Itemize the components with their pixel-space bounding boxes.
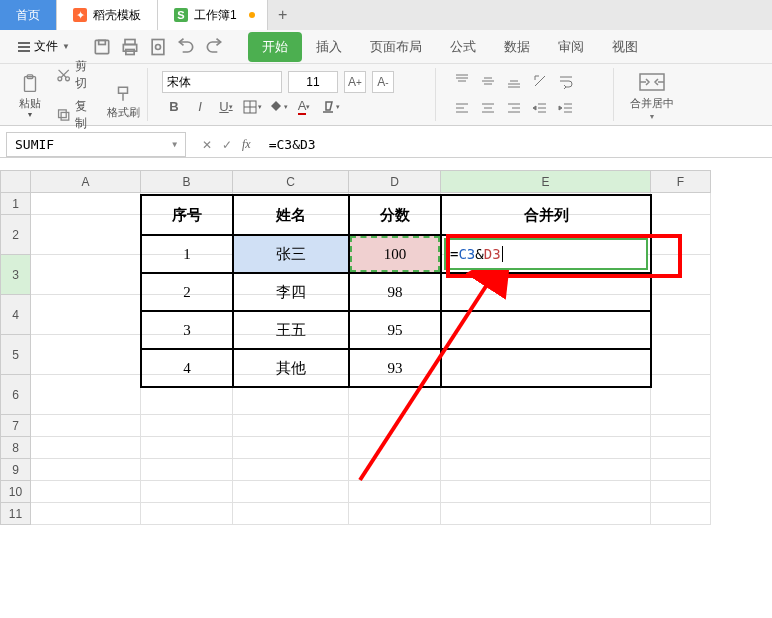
ribbon-tab-formula[interactable]: 公式 (436, 32, 490, 62)
row-header-4[interactable]: 4 (1, 295, 31, 335)
document-tabbar: 首页 ✦ 稻壳模板 S 工作簿1 + (0, 0, 772, 30)
tab-workbook-label: 工作簿1 (194, 7, 237, 24)
new-tab-button[interactable]: + (268, 0, 298, 30)
cell-E3[interactable]: = C3 & D3 (441, 235, 651, 273)
header-seq[interactable]: 序号 (141, 195, 233, 235)
undo-button[interactable] (176, 37, 196, 57)
cell-D6[interactable]: 93 (349, 349, 441, 387)
accept-formula-button[interactable]: ✓ (222, 138, 232, 152)
wrap-text-button[interactable] (554, 70, 578, 92)
row-header-1[interactable]: 1 (1, 193, 31, 215)
select-all-corner[interactable] (1, 171, 31, 193)
header-name[interactable]: 姓名 (233, 195, 349, 235)
col-header-B[interactable]: B (141, 171, 233, 193)
ribbon-tab-view[interactable]: 视图 (598, 32, 652, 62)
bold-button[interactable]: B (162, 96, 186, 118)
row-header-6[interactable]: 6 (1, 375, 31, 415)
cell-C6[interactable]: 其他 (233, 349, 349, 387)
print-button[interactable] (120, 37, 140, 57)
fx-icon[interactable]: fx (242, 137, 251, 152)
cell-E5[interactable] (441, 311, 651, 349)
row-header-2[interactable]: 2 (1, 215, 31, 255)
paste-button[interactable]: 粘贴▼ (14, 70, 46, 120)
underline-button[interactable]: U▾ (214, 96, 238, 118)
spreadsheet-grid[interactable]: A B C D E F 1 2 3 4 5 6 7 8 9 10 11 序号 姓… (0, 170, 772, 525)
decrease-indent-button[interactable] (528, 97, 552, 119)
print-preview-button[interactable] (148, 37, 168, 57)
svg-rect-5 (152, 39, 164, 54)
save-button[interactable] (92, 37, 112, 57)
cell-B4[interactable]: 2 (141, 273, 233, 311)
row-header-10[interactable]: 10 (1, 481, 31, 503)
col-header-A[interactable]: A (31, 171, 141, 193)
tab-workbook-1[interactable]: S 工作簿1 (158, 0, 268, 30)
cut-button[interactable]: 剪切 (52, 56, 100, 94)
cell-C4[interactable]: 李四 (233, 273, 349, 311)
ribbon-tab-data[interactable]: 数据 (490, 32, 544, 62)
ribbon-tab-start[interactable]: 开始 (248, 32, 302, 62)
font-color-button[interactable]: A▾ (292, 96, 316, 118)
amp-sign: & (475, 246, 483, 262)
svg-rect-1 (99, 40, 106, 44)
copy-button[interactable]: 复制 (52, 96, 100, 134)
cell-C5[interactable]: 王五 (233, 311, 349, 349)
row-header-5[interactable]: 5 (1, 335, 31, 375)
eq-sign: = (450, 246, 458, 262)
cell-E6[interactable] (441, 349, 651, 387)
ribbon-tab-insert[interactable]: 插入 (302, 32, 356, 62)
svg-point-6 (155, 44, 160, 49)
orientation-button[interactable] (528, 70, 552, 92)
cancel-formula-button[interactable]: ✕ (202, 138, 212, 152)
align-center-button[interactable] (476, 97, 500, 119)
format-painter-button[interactable]: 格式刷 (106, 70, 141, 120)
cell-D4[interactable]: 98 (349, 273, 441, 311)
ribbon-tab-pagelayout[interactable]: 页面布局 (356, 32, 436, 62)
fill-color-button[interactable]: ▾ (266, 96, 290, 118)
font-size-select[interactable] (288, 71, 338, 93)
menubar: 文件 ▼ 开始 插入 页面布局 公式 数据 审阅 视图 (0, 30, 772, 64)
row-header-7[interactable]: 7 (1, 415, 31, 437)
row-header-9[interactable]: 9 (1, 459, 31, 481)
svg-rect-0 (95, 40, 108, 53)
cell-B6[interactable]: 4 (141, 349, 233, 387)
formula-input[interactable] (261, 132, 772, 157)
cell-C3[interactable]: 张三 (233, 235, 349, 273)
clear-format-button[interactable]: ▾ (318, 96, 342, 118)
ribbon-tab-review[interactable]: 审阅 (544, 32, 598, 62)
align-right-button[interactable] (502, 97, 526, 119)
cell-E3-editor[interactable]: = C3 & D3 (444, 238, 648, 270)
cell-B3[interactable]: 1 (141, 235, 233, 273)
row-header-8[interactable]: 8 (1, 437, 31, 459)
redo-button[interactable] (204, 37, 224, 57)
ref-d3: D3 (484, 246, 501, 262)
row-header-11[interactable]: 11 (1, 503, 31, 525)
col-header-D[interactable]: D (349, 171, 441, 193)
cell-B5[interactable]: 3 (141, 311, 233, 349)
align-top-button[interactable] (450, 70, 474, 92)
name-box[interactable]: SUMIF ▼ (6, 132, 186, 157)
align-left-button[interactable] (450, 97, 474, 119)
col-header-F[interactable]: F (651, 171, 711, 193)
ribbon: 粘贴▼ 剪切 复制 格式刷 A+ A- B I U▾ (0, 64, 772, 126)
align-bottom-button[interactable] (502, 70, 526, 92)
col-header-E[interactable]: E (441, 171, 651, 193)
merge-center-button[interactable]: 合并居中▼ (630, 70, 674, 120)
cell-E4[interactable] (441, 273, 651, 311)
decrease-font-button[interactable]: A- (372, 71, 394, 93)
header-score[interactable]: 分数 (349, 195, 441, 235)
cell-D5[interactable]: 95 (349, 311, 441, 349)
svg-rect-13 (119, 87, 128, 93)
tab-daoke-templates[interactable]: ✦ 稻壳模板 (57, 0, 158, 30)
row-header-3[interactable]: 3 (1, 255, 31, 295)
col-header-C[interactable]: C (233, 171, 349, 193)
font-family-select[interactable] (162, 71, 282, 93)
header-merge[interactable]: 合并列 (441, 195, 651, 235)
file-menu-label: 文件 (34, 38, 58, 55)
italic-button[interactable]: I (188, 96, 212, 118)
increase-font-button[interactable]: A+ (344, 71, 366, 93)
increase-indent-button[interactable] (554, 97, 578, 119)
borders-button[interactable]: ▾ (240, 96, 264, 118)
tab-home[interactable]: 首页 (0, 0, 57, 30)
align-middle-button[interactable] (476, 70, 500, 92)
cell-D3[interactable]: 100 (349, 235, 441, 273)
